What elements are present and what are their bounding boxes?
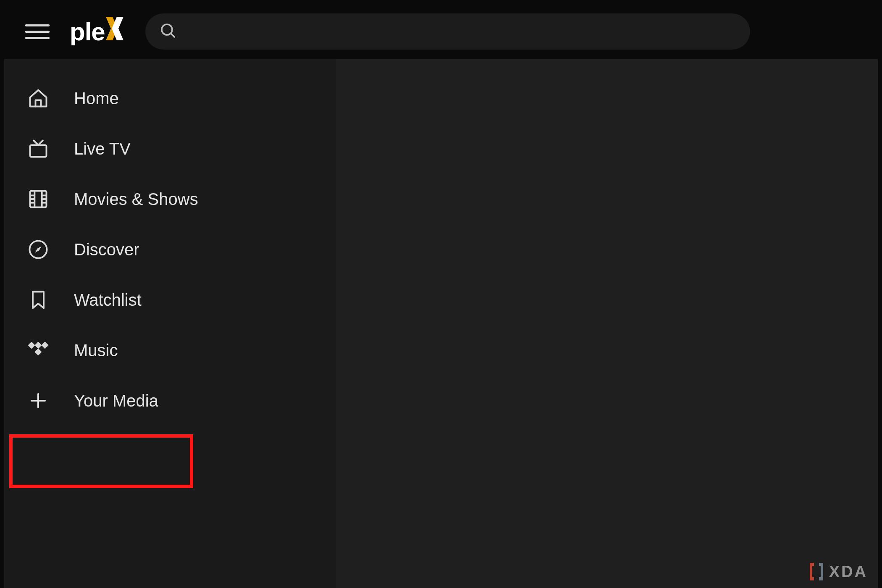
sidebar-item-label: Watchlist — [74, 291, 142, 310]
sidebar-item-label: Your Media — [74, 391, 158, 410]
compass-icon — [25, 236, 51, 262]
sidebar-item-livetv[interactable]: Live TV — [4, 123, 336, 174]
xda-logo-icon — [807, 561, 826, 582]
tidal-icon — [25, 337, 51, 363]
sidebar-item-label: Home — [74, 89, 119, 108]
menu-button[interactable] — [25, 19, 50, 44]
sidebar-item-watchlist[interactable]: Watchlist — [4, 275, 336, 325]
header: ple — [4, 4, 878, 59]
sidebar-item-discover[interactable]: Discover — [4, 224, 336, 275]
brand-x-icon — [104, 17, 125, 40]
watermark-text: XDA — [829, 563, 868, 581]
sidebar-item-home[interactable]: Home — [4, 73, 336, 123]
sidebar: Home Live TV — [4, 59, 336, 588]
sidebar-item-label: Discover — [74, 240, 139, 259]
search-icon — [160, 22, 176, 41]
svg-rect-14 — [28, 342, 35, 349]
svg-rect-15 — [35, 342, 42, 349]
app-window: ple — [4, 4, 878, 588]
svg-marker-13 — [35, 246, 41, 252]
watermark: XDA — [807, 561, 868, 582]
brand-name-prefix: ple — [70, 17, 105, 46]
body: Home Live TV — [4, 59, 878, 588]
sidebar-item-movies-shows[interactable]: Movies & Shows — [4, 174, 336, 224]
svg-line-1 — [171, 34, 174, 37]
bookmark-icon — [25, 287, 51, 313]
svg-rect-17 — [35, 349, 42, 356]
sidebar-item-music[interactable]: Music — [4, 325, 336, 375]
search-input[interactable] — [145, 13, 750, 50]
svg-rect-16 — [42, 342, 49, 349]
plus-icon — [25, 388, 51, 414]
sidebar-item-label: Movies & Shows — [74, 190, 198, 209]
sidebar-item-your-media[interactable]: Your Media — [4, 375, 336, 426]
main-content — [336, 59, 878, 588]
livetv-icon — [25, 136, 51, 162]
brand-logo[interactable]: ple — [70, 17, 125, 46]
sidebar-item-label: Live TV — [74, 139, 131, 158]
sidebar-item-label: Music — [74, 341, 118, 360]
film-icon — [25, 186, 51, 212]
hamburger-icon — [25, 24, 50, 26]
svg-rect-2 — [30, 145, 47, 157]
home-icon — [25, 85, 51, 111]
